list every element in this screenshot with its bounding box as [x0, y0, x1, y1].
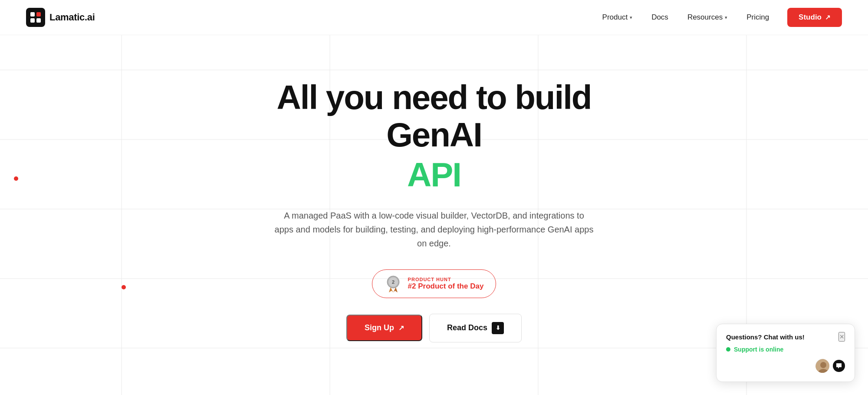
nav-docs-label: Docs: [651, 13, 668, 22]
nav-product[interactable]: Product ▾: [595, 10, 641, 25]
ph-label: PRODUCT HUNT: [408, 277, 451, 282]
accent-dot-2: [122, 285, 126, 289]
studio-label: Studio: [799, 13, 822, 22]
logo[interactable]: Lamatic.ai: [26, 8, 95, 27]
svg-rect-3: [36, 12, 41, 17]
accent-dot-1: [14, 176, 18, 181]
chat-agent-avatar: [815, 358, 830, 374]
read-docs-label: Read Docs: [447, 323, 487, 332]
studio-button[interactable]: Studio ↗: [787, 8, 842, 27]
ph-medal-icon: 2: [385, 275, 402, 292]
svg-rect-1: [30, 12, 35, 17]
brand-name: Lamatic.ai: [49, 12, 95, 23]
online-status-dot: [726, 347, 730, 352]
chat-bubble-icon[interactable]: [833, 360, 845, 372]
chat-widget: Questions? Chat with us! × Support is on…: [716, 324, 855, 382]
read-docs-button[interactable]: Read Docs ⬇: [429, 314, 522, 342]
hero-subtitle: A managed PaaS with a low-code visual bu…: [273, 209, 595, 250]
chat-close-button[interactable]: ×: [838, 332, 845, 342]
signup-label: Sign Up: [365, 323, 394, 332]
svg-text:2: 2: [392, 279, 395, 285]
chat-status-row: Support is online: [726, 346, 845, 353]
hero-content: All you need to build GenAI API A manage…: [239, 79, 629, 342]
signup-arrow-icon: ↗: [398, 324, 404, 332]
svg-rect-0: [26, 8, 45, 27]
docs-download-icon: ⬇: [492, 322, 504, 334]
svg-rect-4: [36, 18, 41, 23]
nav-resources[interactable]: Resources ▾: [680, 10, 735, 25]
nav-pricing-label: Pricing: [746, 13, 769, 22]
svg-rect-2: [30, 18, 35, 23]
signup-button[interactable]: Sign Up ↗: [346, 315, 422, 341]
chat-widget-header: Questions? Chat with us! ×: [726, 332, 845, 342]
nav-docs[interactable]: Docs: [644, 10, 676, 25]
hero-title-line2: API: [407, 156, 461, 195]
chat-status-label: Support is online: [734, 346, 783, 353]
hero-title-line1: All you need to build GenAI: [239, 79, 629, 154]
chat-widget-title: Questions? Chat with us!: [726, 333, 805, 341]
nav-links: Product ▾ Docs Resources ▾ Pricing Studi…: [595, 8, 842, 27]
cta-buttons: Sign Up ↗ Read Docs ⬇: [346, 314, 522, 342]
logo-icon: [26, 8, 45, 27]
product-chevron-icon: ▾: [630, 15, 632, 20]
product-hunt-badge[interactable]: 2 PRODUCT HUNT #2 Product of the Day: [372, 269, 496, 298]
resources-chevron-icon: ▾: [725, 15, 727, 20]
nav-product-label: Product: [602, 13, 628, 22]
studio-arrow-icon: ↗: [825, 13, 831, 21]
ph-text-area: PRODUCT HUNT #2 Product of the Day: [408, 277, 484, 291]
navbar: Lamatic.ai Product ▾ Docs Resources ▾ Pr…: [0, 0, 868, 35]
ph-rank: #2 Product of the Day: [408, 282, 484, 291]
nav-resources-label: Resources: [687, 13, 723, 22]
svg-point-20: [820, 362, 826, 368]
nav-pricing[interactable]: Pricing: [739, 10, 777, 25]
